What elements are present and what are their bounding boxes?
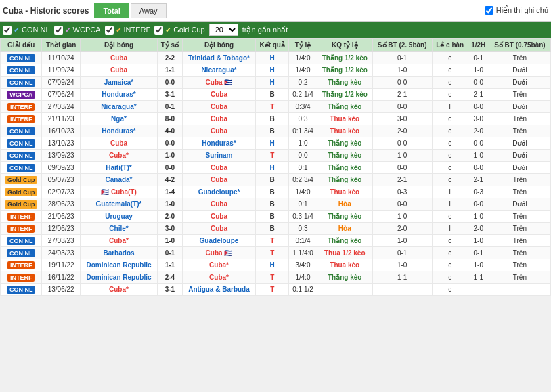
table-row: INTERF19/11/22Dominican Republic1-1Cuba*… [1, 259, 551, 271]
filter-wcpca-checkbox[interactable] [54, 26, 63, 35]
cell-ratio: 1/4:0 [289, 271, 317, 284]
cell-ratio: 0:2 [289, 77, 317, 89]
cell-date: 12/06/23 [42, 223, 81, 235]
cell-team1: Nga* [81, 113, 158, 125]
cell-result: T [256, 235, 289, 247]
cell-sobt075: Dưới [489, 137, 550, 150]
cell-h12: 2-1 [468, 174, 489, 186]
cell-result: H [256, 52, 289, 64]
cell-sobt25: 2-0 [372, 223, 432, 235]
cell-kq-ratio: Thắng kèo [317, 77, 372, 89]
cell-score: 3-1 [157, 284, 182, 296]
top-bar: Cuba - Historic scores Total Away Hiển t… [0, 0, 551, 22]
tab-total[interactable]: Total [94, 3, 129, 18]
cell-kq-ratio: Thắng kèo [317, 271, 372, 284]
table-row: INTERF21/11/23Nga*8-0CubaB0:3Thua kèo3-0… [1, 113, 551, 125]
cell-kq-ratio: Thua kèo [317, 113, 372, 125]
cell-sobt075: Dưới [489, 101, 550, 113]
cell-sobt25: 0-0 [372, 162, 432, 174]
cell-date: 11/10/24 [42, 52, 81, 64]
cell-ratio: 1/4:0 [289, 52, 317, 64]
cell-league: CON NL [1, 247, 42, 259]
cell-sobt075: Trên [489, 125, 550, 137]
cell-lec: c [432, 162, 468, 174]
cell-lec: c [432, 247, 468, 259]
cell-team2: Cuba 🇨🇺 [182, 247, 255, 259]
cell-lec: I [432, 223, 468, 235]
cell-team1: Uruguay [81, 211, 158, 223]
cell-result: B [256, 113, 289, 125]
cell-h12: 1-0 [468, 150, 489, 162]
cell-result: T [256, 247, 289, 259]
count-select[interactable]: 201030 [209, 24, 238, 36]
cell-sobt25: 0-3 [372, 186, 432, 198]
cell-lec: c [432, 271, 468, 284]
cell-lec: c [432, 235, 468, 247]
cell-kq-ratio: Thắng kèo [317, 101, 372, 113]
cell-team1: Dominican Republic [81, 259, 158, 271]
cell-league: CON NL [1, 77, 42, 89]
cell-kq-ratio: Thắng 1/2 kèo [317, 89, 372, 101]
cell-h12: 1-0 [468, 259, 489, 271]
cell-lec: c [432, 77, 468, 89]
table-row: CON NL13/10/23Cuba0-0Honduras*H1:0Thắng … [1, 137, 551, 150]
filter-goldcup-checkbox[interactable] [154, 26, 163, 35]
table-row: CON NL11/09/24Cuba1-1Nicaragua*H1/4:0Thắ… [1, 64, 551, 77]
cell-date: 19/11/22 [42, 259, 81, 271]
table-row: CON NL24/03/23Barbados0-1Cuba 🇨🇺T1 1/4:0… [1, 247, 551, 259]
col-sobt075: Số BT (0.75bàn) [489, 39, 550, 52]
cell-team1: Cuba* [81, 150, 158, 162]
col-sobt25: Số BT (2. 5bàn) [372, 39, 432, 52]
col-ratio: Tỷ lệ [289, 39, 317, 52]
cell-ratio: 0:1/4 [289, 235, 317, 247]
cell-sobt075: Trên [489, 52, 550, 64]
cell-team1: 🇨🇺 Cuba(T) [81, 186, 158, 198]
cell-date: 21/06/23 [42, 211, 81, 223]
cell-team2: Nicaragua* [182, 64, 255, 77]
cell-ratio: 0:0 [289, 150, 317, 162]
cell-sobt075: Trên [489, 223, 550, 235]
cell-date: 13/06/22 [42, 284, 81, 296]
cell-sobt075: Dưới [489, 162, 550, 174]
filter-interf-checkbox[interactable] [105, 26, 114, 35]
cell-league: INTERF [1, 211, 42, 223]
cell-date: 13/09/23 [42, 150, 81, 162]
filter-goldcup: ✔ Gold Cup [154, 26, 204, 35]
filter-connl-checkbox[interactable] [3, 26, 12, 35]
cell-league: CON NL [1, 52, 42, 64]
col-kqratio: KQ tỷ lệ [317, 39, 372, 52]
cell-lec: c [432, 64, 468, 77]
cell-team2: Guadeloupe [182, 235, 255, 247]
page-title: Cuba - Historic scores [3, 6, 94, 16]
cell-h12: 2-0 [468, 125, 489, 137]
cell-league: INTERF [1, 223, 42, 235]
cell-date: 05/07/23 [42, 174, 81, 186]
show-note-area: Hiển thị ghi chú [485, 6, 548, 15]
cell-league: CON NL [1, 150, 42, 162]
cell-result: T [256, 101, 289, 113]
cell-date: 28/06/23 [42, 198, 81, 211]
cell-ratio: 0:1 [289, 162, 317, 174]
col-h12: 1/2H [468, 39, 489, 52]
cell-team2: Surinam [182, 150, 255, 162]
cell-score: 1-4 [157, 186, 182, 198]
cell-result: B [256, 198, 289, 211]
cell-team2: Trinidad & Tobago* [182, 52, 255, 64]
cell-lec: c [432, 137, 468, 150]
cell-league: CON NL [1, 125, 42, 137]
cell-team2: Honduras* [182, 137, 255, 150]
cell-date: 27/03/24 [42, 101, 81, 113]
cell-ratio: 1/4:0 [289, 64, 317, 77]
cell-date: 24/03/23 [42, 247, 81, 259]
show-note-checkbox[interactable] [485, 6, 493, 15]
cell-date: 13/10/23 [42, 137, 81, 150]
tab-away[interactable]: Away [131, 3, 167, 18]
cell-kq-ratio: Thắng kèo [317, 235, 372, 247]
cell-score: 0-0 [157, 137, 182, 150]
cell-result: H [256, 259, 289, 271]
cell-lec: c [432, 113, 468, 125]
cell-h12: 0-0 [468, 162, 489, 174]
cell-result: T [256, 284, 289, 296]
cell-score: 1-1 [157, 259, 182, 271]
cell-sobt075: Trên [489, 271, 550, 284]
